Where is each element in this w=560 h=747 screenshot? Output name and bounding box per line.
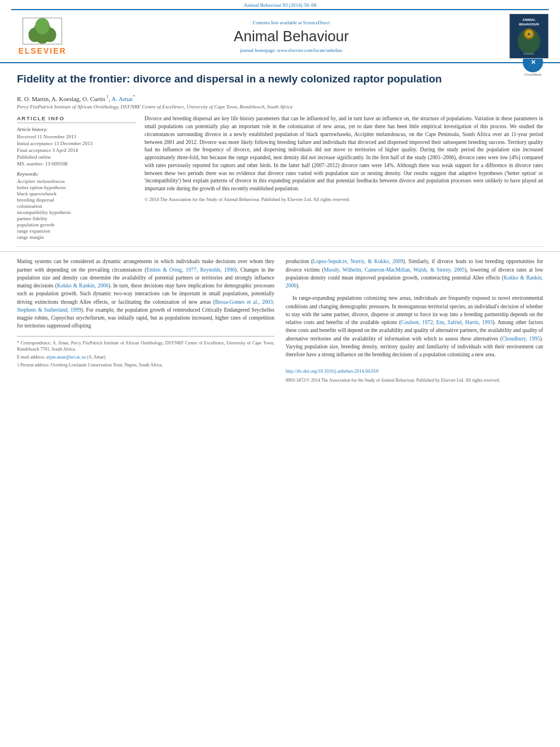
journal-homepage: journal homepage: www.elsevier.com/locat… [73, 47, 509, 53]
svg-text:BEHAVIOUR: BEHAVIOUR [519, 23, 539, 26]
doi-anchor[interactable]: http://dx.doi.org/10.1016/j.anbehav.2014… [286, 368, 378, 374]
article-body: ARTICLE INFO Article history: Received 1… [17, 115, 543, 241]
article-container: Fidelity at the frontier: divorce and di… [0, 63, 560, 246]
history-received: Received 11 November 2013 [17, 134, 135, 139]
keyword-8: range expansion [17, 228, 135, 234]
affiliation: Percy FitzPatrick Institute of African O… [17, 104, 543, 110]
article-info: ARTICLE INFO Article history: Received 1… [17, 115, 135, 241]
ref-moody-link[interactable]: Moody, Wilhelm, Cameron-MacMillan, Walsh… [324, 267, 465, 273]
article-history-label: Article history: [17, 126, 135, 132]
author-amar-link[interactable]: A. Amar [111, 95, 133, 102]
keyword-6: partner fidelity [17, 216, 135, 221]
history-ms: MS. number: 13-00950R [17, 161, 135, 167]
keyword-1: better option hypothesis [17, 185, 135, 190]
sciencedirect-link: Contents lists available at ScienceDirec… [73, 20, 509, 25]
ref-lopez-link[interactable]: Lopez-Sepulcre, Norris, & Kokko, 2009 [313, 259, 403, 264]
keyword-2: black sparrowhawk [17, 191, 135, 196]
doi-link: http://dx.doi.org/10.1016/j.anbehav.2014… [286, 368, 543, 375]
journal-name: Animal Behaviour [73, 28, 509, 45]
history-final: Final acceptance 3 April 2014 [17, 147, 135, 153]
ref-emlen-link[interactable]: Emlen & Oring, 1977; Reynolds, 1996 [146, 267, 235, 273]
ref-bessa-link[interactable]: Bessa-Gomes et al., 2003; Stephens & Sut… [17, 299, 274, 313]
history-published: Published online [17, 154, 135, 160]
svg-text:ANIMAL: ANIMAL [522, 18, 536, 21]
svg-text:Elsevier: Elsevier [524, 52, 534, 55]
article-title: Fidelity at the frontier: divorce and di… [17, 72, 442, 86]
doi-section: http://dx.doi.org/10.1016/j.anbehav.2014… [286, 368, 543, 384]
main-para-left: Mating systems can be considered as dyna… [17, 257, 274, 330]
journal-top-reference: Animal Behaviour 93 (2014) 59–68 [0, 0, 560, 9]
footnote-star: * Correspondence: A. Amar, Percy FitzPat… [17, 340, 274, 352]
text-col-right: production (Lopez-Sepulcre, Norris, & Ko… [286, 257, 543, 384]
crossmark-label: CrossMark [523, 72, 543, 77]
footnote-email: E-mail address: arjun.amar@uct.ac.za (A.… [17, 354, 274, 360]
journal-cover-image: ANIMAL BEHAVIOUR A Elsevier [509, 14, 549, 59]
keyword-0: Accipiter melanoleucus [17, 178, 135, 184]
main-para-right-2: In range-expanding populations colonizin… [286, 294, 543, 359]
keyword-3: breeding dispersal [17, 197, 135, 203]
ref-coulson-link[interactable]: Coulson, 1972; Ens, Safriel, Harris, 199… [401, 320, 493, 325]
ref-kokko2-link[interactable]: Kokko & Rankin, 2006 [286, 275, 543, 289]
two-col-text: Mating systems can be considered as dyna… [17, 257, 543, 384]
authors: R. O. Martin, A. Koeslag, O. Curtis 1, A… [17, 94, 543, 102]
abstract-copyright: © 2014 The Association for the Study of … [145, 196, 543, 202]
journal-title-center: Contents lists available at ScienceDirec… [73, 20, 509, 53]
keyword-5: incompatibility hypothesis [17, 209, 135, 215]
footnote-1: 1 Present address: Overberg Lowlands Con… [17, 362, 274, 368]
ref-choudhury-link[interactable]: Choudhury, 1995 [502, 336, 540, 342]
main-text-container: Mating systems can be considered as dyna… [0, 251, 560, 390]
ref-kokko-link[interactable]: Kokko & Rankin, 2006 [57, 283, 108, 289]
footnote-email-link[interactable]: arjun.amar@uct.ac.za [46, 355, 86, 360]
elsevier-wordmark: ELSEVIER [18, 46, 66, 55]
elsevier-tree-icon [20, 17, 65, 45]
footnote-section: * Correspondence: A. Amar, Percy FitzPat… [17, 336, 274, 369]
keyword-4: colonization [17, 203, 135, 209]
journal-header: ELSEVIER Contents lists available at Sci… [0, 10, 560, 63]
article-info-header: ARTICLE INFO [17, 115, 135, 123]
keyword-9: range margin [17, 234, 135, 240]
keywords-label: Keywords: [17, 171, 135, 177]
keyword-7: population growth [17, 222, 135, 228]
svg-point-4 [35, 18, 49, 34]
text-col-left: Mating systems can be considered as dyna… [17, 257, 274, 384]
history-initial: Initial acceptance 13 December 2013 [17, 141, 135, 146]
copyright-footer: 0003-3472/© 2014 The Association for the… [286, 377, 543, 384]
svg-text:A: A [527, 32, 531, 37]
abstract-section: Divorce and breeding dispersal are key l… [145, 115, 543, 241]
journal-cover-graphic: ANIMAL BEHAVIOUR A Elsevier [510, 14, 548, 58]
elsevier-logo: ELSEVIER [11, 17, 73, 55]
section-divider [17, 246, 543, 247]
abstract-text: Divorce and breeding dispersal are key l… [145, 115, 543, 193]
main-para-right-1: production (Lopez-Sepulcre, Norris, & Ko… [286, 257, 543, 290]
